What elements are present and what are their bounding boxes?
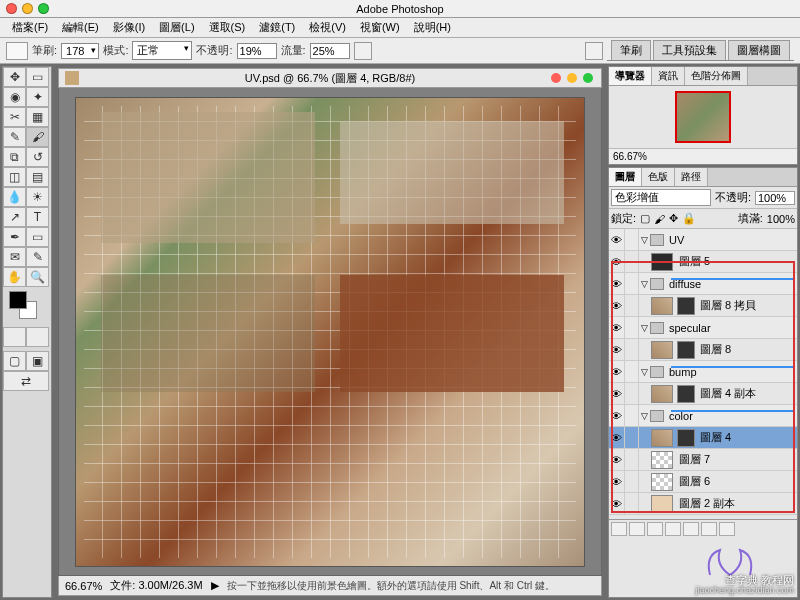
layer-blend-select[interactable]: 色彩增值	[611, 189, 711, 206]
minimize-icon[interactable]	[22, 3, 33, 14]
adjustment-layer-icon[interactable]	[683, 522, 699, 536]
menu-image[interactable]: 影像(I)	[107, 18, 151, 37]
layer-row[interactable]: 👁圖層 4 副本	[609, 383, 797, 405]
fold-icon[interactable]: ▽	[641, 411, 648, 421]
link-cell[interactable]	[625, 449, 639, 470]
palette-tab-brushes[interactable]: 筆刷	[611, 40, 651, 60]
layer-name[interactable]: UV	[667, 234, 797, 246]
link-cell[interactable]	[625, 361, 639, 382]
layer-row[interactable]: 👁▽bump	[609, 361, 797, 383]
layer-name[interactable]: 圖層 6	[677, 474, 797, 489]
gradient-tool[interactable]: ▤	[26, 167, 49, 187]
palette-tab-presets[interactable]: 工具預設集	[653, 40, 726, 60]
visibility-icon[interactable]: 👁	[609, 361, 625, 382]
navigator-thumbnail[interactable]	[675, 91, 731, 143]
tab-navigator[interactable]: 導覽器	[609, 67, 652, 85]
link-cell[interactable]	[625, 471, 639, 492]
zoom-tool[interactable]: 🔍	[26, 267, 49, 287]
menu-layer[interactable]: 圖層(L)	[153, 18, 200, 37]
new-group-icon[interactable]	[665, 522, 681, 536]
canvas-image[interactable]	[75, 97, 585, 567]
layer-row[interactable]: 👁圖層 6	[609, 471, 797, 493]
layer-thumbnail[interactable]	[651, 341, 673, 359]
layer-row[interactable]: 👁圖層 4	[609, 427, 797, 449]
document-titlebar[interactable]: UV.psd @ 66.7% (圖層 4, RGB/8#)	[58, 68, 602, 88]
layer-opacity-input[interactable]: 100%	[755, 191, 795, 205]
screenmode-standard[interactable]: ▢	[3, 351, 26, 371]
standard-mode-icon[interactable]	[3, 327, 26, 347]
doc-minimize-icon[interactable]	[567, 73, 577, 83]
dodge-tool[interactable]: ☀	[26, 187, 49, 207]
layer-name[interactable]: 圖層 8 拷貝	[698, 298, 797, 313]
layer-thumbnail[interactable]	[651, 429, 673, 447]
fold-icon[interactable]: ▽	[641, 323, 648, 333]
layer-mask-icon[interactable]	[647, 522, 663, 536]
visibility-icon[interactable]: 👁	[609, 405, 625, 426]
visibility-icon[interactable]: 👁	[609, 229, 625, 250]
visibility-icon[interactable]: 👁	[609, 295, 625, 316]
fill-input[interactable]: 100%	[767, 213, 795, 225]
layer-thumbnail[interactable]	[651, 473, 673, 491]
link-cell[interactable]	[625, 251, 639, 272]
tab-histogram[interactable]: 色階分佈圖	[685, 67, 748, 85]
visibility-icon[interactable]: 👁	[609, 493, 625, 514]
link-cell[interactable]	[625, 405, 639, 426]
visibility-icon[interactable]: 👁	[609, 251, 625, 272]
slice-tool[interactable]: ▦	[26, 107, 49, 127]
path-tool[interactable]: ↗	[3, 207, 26, 227]
layer-row[interactable]: 👁圖層 8	[609, 339, 797, 361]
brush-tool[interactable]: 🖌	[26, 127, 49, 147]
color-swatches[interactable]	[3, 291, 51, 321]
palette-tab-comps[interactable]: 圖層構圖	[728, 40, 790, 60]
zoom-icon[interactable]	[38, 3, 49, 14]
doc-zoom-icon[interactable]	[583, 73, 593, 83]
menu-file[interactable]: 檔案(F)	[6, 18, 54, 37]
link-cell[interactable]	[625, 273, 639, 294]
layer-name[interactable]: 圖層 4 副本	[698, 386, 797, 401]
doc-close-icon[interactable]	[551, 73, 561, 83]
visibility-icon[interactable]: 👁	[609, 339, 625, 360]
lock-trans-icon[interactable]: ▢	[640, 212, 650, 225]
notes-tool[interactable]: ✉	[3, 247, 26, 267]
menu-select[interactable]: 選取(S)	[203, 18, 252, 37]
foreground-color[interactable]	[9, 291, 27, 309]
visibility-icon[interactable]: 👁	[609, 449, 625, 470]
stamp-tool[interactable]: ⧉	[3, 147, 26, 167]
link-cell[interactable]	[625, 229, 639, 250]
link-layers-icon[interactable]	[611, 522, 627, 536]
move-tool[interactable]: ✥	[3, 67, 26, 87]
lock-all-icon[interactable]: 🔒	[682, 212, 696, 225]
menu-view[interactable]: 檢視(V)	[303, 18, 352, 37]
layer-row[interactable]: 👁圖層 5	[609, 251, 797, 273]
layer-name[interactable]: 圖層 4	[698, 430, 797, 445]
link-cell[interactable]	[625, 295, 639, 316]
tab-info[interactable]: 資訊	[652, 67, 685, 85]
marquee-tool[interactable]: ▭	[26, 67, 49, 87]
lock-pos-icon[interactable]: ✥	[669, 212, 678, 225]
layer-name[interactable]: specular	[667, 322, 797, 334]
blur-tool[interactable]: 💧	[3, 187, 26, 207]
tab-channels[interactable]: 色版	[642, 168, 675, 186]
visibility-icon[interactable]: 👁	[609, 383, 625, 404]
layer-row[interactable]: 👁圖層 8 拷貝	[609, 295, 797, 317]
screenmode-full[interactable]: ▣	[26, 351, 49, 371]
eraser-tool[interactable]: ◫	[3, 167, 26, 187]
pen-tool[interactable]: ✒	[3, 227, 26, 247]
new-layer-icon[interactable]	[701, 522, 717, 536]
palette-toggle-icon[interactable]	[585, 42, 603, 60]
layer-name[interactable]: 圖層 8	[698, 342, 797, 357]
link-cell[interactable]	[625, 317, 639, 338]
menu-help[interactable]: 說明(H)	[408, 18, 457, 37]
layer-name[interactable]: 圖層 7	[677, 452, 797, 467]
crop-tool[interactable]: ✂	[3, 107, 26, 127]
tab-paths[interactable]: 路徑	[675, 168, 708, 186]
layer-row[interactable]: 👁▽color	[609, 405, 797, 427]
history-brush-tool[interactable]: ↺	[26, 147, 49, 167]
mask-thumbnail[interactable]	[677, 385, 695, 403]
layer-row[interactable]: 👁▽specular	[609, 317, 797, 339]
menu-window[interactable]: 視窗(W)	[354, 18, 406, 37]
visibility-icon[interactable]: 👁	[609, 317, 625, 338]
link-cell[interactable]	[625, 493, 639, 514]
mask-thumbnail[interactable]	[677, 297, 695, 315]
fold-icon[interactable]: ▽	[641, 367, 648, 377]
